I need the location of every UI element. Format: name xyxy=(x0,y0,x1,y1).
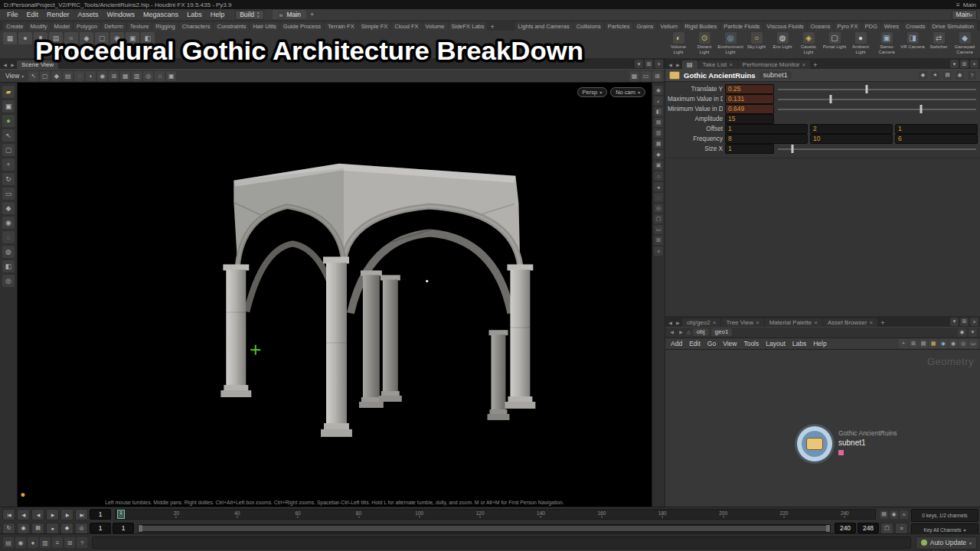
display-point-numbers-icon[interactable]: ▥ xyxy=(654,129,663,138)
add-shelf-button[interactable]: + xyxy=(488,23,496,31)
playback-start-field[interactable]: 1 xyxy=(113,523,134,533)
shelf-tab[interactable]: Cloud FX xyxy=(391,22,421,31)
status-help-icon[interactable]: ? xyxy=(77,537,87,548)
shelf-tab[interactable]: Texture xyxy=(127,22,152,31)
view-menu-button[interactable]: View ▾ xyxy=(2,72,27,80)
frame-selection-icon[interactable]: ▣ xyxy=(166,71,176,81)
playback-end-field[interactable]: 240 xyxy=(835,523,856,533)
show-handles-icon[interactable]: ↖ xyxy=(28,71,38,81)
subnet-node-badge-icon[interactable] xyxy=(797,426,832,461)
close-icon[interactable]: × xyxy=(713,319,717,326)
edit-tool-icon[interactable]: ▰ xyxy=(2,86,15,98)
snapshot-tool-icon[interactable]: ▣ xyxy=(2,100,15,112)
secure-selection-icon[interactable]: ▢ xyxy=(40,71,50,81)
shelf-tab[interactable]: Deform xyxy=(101,22,126,31)
desktop-switcher[interactable]: Build ▴▾ xyxy=(235,10,263,20)
viewport-split-icon[interactable]: ⊞ xyxy=(654,236,663,245)
menu-item[interactable]: Render xyxy=(43,11,74,18)
shelf-tab[interactable]: Vellum xyxy=(658,22,681,31)
pane-close-icon[interactable]: × xyxy=(970,60,978,68)
close-icon[interactable]: × xyxy=(729,61,733,68)
toon-outline-icon[interactable]: ◌ xyxy=(654,193,663,202)
node-flag-icon[interactable] xyxy=(838,450,844,455)
env-light-tool[interactable]: ◍ Env Light xyxy=(770,32,795,54)
shelf-tab[interactable]: Hair Utils xyxy=(250,22,279,31)
shelf-tab[interactable]: Create xyxy=(3,22,27,31)
ambient-light-tool[interactable]: ● Ambient Light xyxy=(848,32,873,54)
pane-tab[interactable]: Asset Browser × xyxy=(823,318,877,327)
tab-parameters[interactable]: ▤ xyxy=(682,60,697,69)
portal-light-tool[interactable]: ▢ Portal Light xyxy=(822,32,847,54)
reference-plane-icon[interactable]: ▥ xyxy=(132,71,142,81)
translate-y-slider[interactable] xyxy=(776,85,978,93)
menu-item[interactable]: Megascans xyxy=(139,11,182,18)
playbar-menu-icon[interactable]: ≡ xyxy=(900,510,908,519)
close-icon[interactable]: × xyxy=(756,319,760,326)
shelf-tab[interactable]: Constraints xyxy=(214,22,249,31)
net-overview-icon[interactable]: ▭ xyxy=(969,339,978,348)
pane-maximize-icon[interactable]: ⊞ xyxy=(645,60,653,68)
slider-handle[interactable] xyxy=(866,85,868,93)
loop-mode-icon[interactable]: ↻ xyxy=(2,523,15,534)
shelf-tab[interactable]: Wires xyxy=(881,22,902,31)
close-icon[interactable]: × xyxy=(869,319,873,326)
switcher-tool[interactable]: ⇄ Switcher xyxy=(926,32,951,54)
shelf-tab[interactable]: Collisions xyxy=(573,22,604,31)
network-editor-canvas[interactable]: Geometry Gothic AncientRuins subnet1 xyxy=(665,350,980,507)
display-options-icon[interactable]: ▦ xyxy=(629,71,639,81)
amplitude-field[interactable]: 15 xyxy=(725,114,774,124)
add-pane-tab-button[interactable]: + xyxy=(878,319,887,327)
shelf-tab[interactable]: Viscous Fluids xyxy=(763,22,806,31)
selection-style-icon[interactable]: ◌ xyxy=(74,71,84,81)
select-objects-icon[interactable]: ◆ xyxy=(51,71,61,81)
auto-key-icon[interactable]: ● xyxy=(46,523,59,534)
show-guides-icon[interactable]: ○ xyxy=(654,171,663,181)
display-primitives-icon[interactable]: ▦ xyxy=(654,139,663,148)
shelf-tab[interactable]: Guide Process xyxy=(280,22,324,31)
global-start-field[interactable]: 1 xyxy=(90,523,111,533)
node-name-field[interactable]: subnet1 xyxy=(760,71,792,79)
network-menu-item[interactable]: Labs xyxy=(789,340,809,347)
param-gear-icon[interactable]: ◉ xyxy=(956,71,964,80)
network-menu-item[interactable]: View xyxy=(720,340,740,347)
net-shape-palette-icon[interactable]: ◆ xyxy=(939,339,948,348)
tab-scene-view[interactable]: Scene View xyxy=(17,60,58,69)
min-value-slider[interactable] xyxy=(776,105,978,113)
path-crumb[interactable]: obj xyxy=(693,328,709,336)
shelf-tab[interactable]: Particle Fluids xyxy=(720,22,763,31)
pane-maximize-icon[interactable]: ⊞ xyxy=(960,318,969,326)
range-end-handle[interactable] xyxy=(826,525,830,532)
jump-start-button[interactable]: |◀ xyxy=(2,509,15,520)
pane-close-icon[interactable]: × xyxy=(970,318,978,326)
viewport-menu-icon[interactable]: ≡ xyxy=(654,246,663,256)
shelf-tab[interactable]: Rigging xyxy=(152,22,178,31)
status-log-icon[interactable]: ▥ xyxy=(40,537,51,548)
home-icon[interactable]: ⌂ xyxy=(687,329,691,336)
net-pin-icon[interactable]: ◆ xyxy=(958,328,966,337)
shelf-tab[interactable]: Simple FX xyxy=(358,22,391,31)
viewport-3d[interactable]: Persp▾ No cam▾ Left mouse tumbles. Middl… xyxy=(18,83,652,507)
pane-tab[interactable]: obj/geo2 × xyxy=(682,318,720,327)
param-spreadsheet-icon[interactable]: ▤ xyxy=(943,71,952,80)
display-normals-icon[interactable]: ◆ xyxy=(654,150,663,159)
menu-item[interactable]: Edit xyxy=(23,11,43,18)
snap-options-icon[interactable]: ◎ xyxy=(2,275,15,287)
home-view-icon[interactable]: ⌂ xyxy=(155,71,165,81)
net-grid-snap-icon[interactable]: ⊞ xyxy=(909,339,918,348)
net-search-icon[interactable]: ◎ xyxy=(959,339,968,348)
net-list-view-icon[interactable]: ▤ xyxy=(919,339,928,348)
construction-plane-icon[interactable]: ▦ xyxy=(120,71,130,81)
scope-channels-icon[interactable]: ▤ xyxy=(880,510,888,519)
gnomon-toggle-icon[interactable]: ▭ xyxy=(654,225,663,234)
shelf-tab[interactable]: Terrain FX xyxy=(325,22,358,31)
shelf-tab[interactable]: Drive Simulation xyxy=(929,22,977,31)
menu-item[interactable]: Assets xyxy=(74,11,103,18)
rotate-tool-icon[interactable]: ↻ xyxy=(2,173,15,185)
network-menu-item[interactable]: Tools xyxy=(740,340,762,347)
background-image-icon[interactable]: ◎ xyxy=(654,204,663,213)
snap-mode-icon[interactable]: ◉ xyxy=(97,71,107,81)
lasso-select-icon[interactable]: ◌ xyxy=(2,231,15,243)
stereo-camera-tool[interactable]: ▣ Stereo Camera xyxy=(874,32,899,54)
status-layout-icon[interactable]: ⊞ xyxy=(64,537,75,548)
offset-y-field[interactable]: 2 xyxy=(810,124,893,134)
